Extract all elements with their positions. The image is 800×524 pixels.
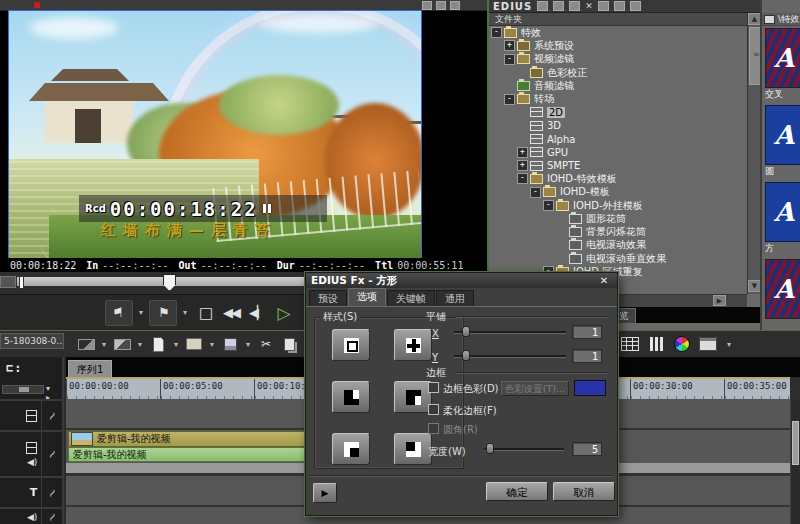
tree-item[interactable]: 电视滚动效果 [489,239,747,252]
video-clip[interactable]: 爱剪辑-我的视频 [68,431,306,447]
sync-link-icon[interactable]: ~ [44,446,61,462]
tile-x-slider[interactable] [454,326,566,337]
playhead-handle[interactable] [163,274,176,291]
dialog-title-bar[interactable]: EDIUS Fx - 方形 ✕ [306,273,617,288]
set-in-point-button[interactable]: ⚑ [105,300,133,326]
style-quad-top-left-button[interactable] [394,433,432,465]
window-restore-icon[interactable] [436,1,446,10]
tree-item[interactable]: 色彩校正 [489,66,747,79]
tree-item[interactable]: + SMPTE [489,159,747,172]
delete-icon[interactable]: ✕ [585,2,593,10]
window-layout-menu[interactable]: ▾ [724,335,734,353]
track-header-va[interactable]: ◀) ~ [0,430,62,476]
color-settings-button[interactable]: 色彩设置(T)... [501,381,569,396]
title-track-icon[interactable]: T [30,486,38,499]
expand-toggle-icon[interactable]: - [517,173,528,184]
rewind-button[interactable]: ◀◀ [219,301,243,325]
tree-item[interactable]: - 转场 [489,92,747,105]
audio-speaker-icon[interactable]: ◀) [27,512,37,522]
tree-item[interactable]: 圆形花筒 [489,212,747,225]
tree-item[interactable]: 电视滚动垂直效果 [489,252,747,265]
expand-toggle-icon[interactable]: - [504,54,515,65]
save-menu[interactable]: ▾ [243,335,253,353]
effect-thumbnail[interactable]: A [765,28,800,88]
tree-item[interactable]: + 系统预设 [489,39,747,52]
play-button[interactable]: ▷ [271,301,295,325]
border-color-checkbox[interactable] [428,382,439,393]
sync-link-icon[interactable]: ~ [44,509,61,524]
style-plus-button[interactable] [394,329,432,361]
window-close-icon[interactable] [450,1,460,10]
scrub-mode-box[interactable] [0,276,16,288]
tree-item[interactable]: - 视频滤镜 [489,53,747,66]
tree-item[interactable]: 2D [489,106,747,119]
dialog-close-icon[interactable]: ✕ [596,275,612,287]
effect-thumbnail[interactable]: A [765,259,800,319]
expand-toggle-icon[interactable]: - [543,200,554,211]
tile-y-value[interactable]: 1 [572,349,602,363]
previous-frame-button[interactable]: ◀▏ [245,301,269,325]
new-sequence-menu[interactable]: ▾ [171,335,181,353]
keyframe-play-button[interactable]: ▶ [313,483,337,503]
palette-tool-icon[interactable] [537,1,548,11]
grid-view-icon[interactable] [620,335,640,353]
tile-x-slider-thumb[interactable] [462,326,470,337]
tree-item[interactable]: + GPU [489,146,747,159]
palette-tool-icon[interactable] [598,1,609,11]
timeline-scroll-thumb[interactable] [792,421,799,465]
width-value[interactable]: 5 [572,442,602,456]
track-header-title[interactable]: T ~ [0,476,62,507]
style-corner-top-left-button[interactable] [394,381,432,413]
mixer-icon[interactable] [646,335,666,353]
dialog-tab[interactable]: 预设 [309,290,347,306]
color-wheel-icon[interactable] [672,335,692,353]
expand-toggle-icon[interactable]: + [504,40,515,51]
window-minimize-icon[interactable] [422,1,432,10]
copy-icon[interactable] [279,335,299,353]
track-header-audio[interactable]: ◀) ~ [0,507,62,524]
style-quad-bottom-right-button[interactable] [332,433,370,465]
style-corner-bottom-left-button[interactable] [332,381,370,413]
ok-button[interactable]: 确定 [486,482,548,501]
tile-y-slider[interactable] [454,350,566,361]
video-track-icon[interactable] [26,442,37,454]
tree-item[interactable]: - 特效 [489,26,747,39]
expand-toggle-icon[interactable]: - [530,187,541,198]
scroll-right-icon[interactable]: ▶ [713,295,726,306]
palette-tool-icon[interactable] [614,1,625,11]
tree-item[interactable]: 背景闪烁花筒 [489,225,747,238]
stop-button[interactable]: □ [193,301,217,325]
out-point-menu[interactable]: ▾ [179,301,191,325]
sync-link-icon[interactable]: ~ [44,484,61,500]
transition-dark-menu[interactable]: ▾ [99,335,109,353]
palette-tool-icon[interactable] [630,1,641,11]
audio-speaker-icon[interactable]: ◀) [27,457,37,467]
transition-light-icon[interactable] [112,335,132,353]
set-out-point-button[interactable]: ⚑ [149,300,177,326]
transition-light-menu[interactable]: ▾ [135,335,145,353]
import-icon[interactable] [184,335,204,353]
tile-x-value[interactable]: 1 [572,325,602,339]
expand-toggle-icon[interactable]: + [517,147,528,158]
sequence-tab[interactable]: 序列1 [68,360,112,377]
tree-item[interactable]: - IOHD-模板 [489,186,747,199]
border-color-swatch[interactable] [574,380,606,396]
track-header-v[interactable]: ~ [0,399,62,430]
zoom-slider[interactable] [2,385,44,394]
timeline-vertical-scrollbar[interactable] [790,399,800,524]
effect-thumbnail[interactable]: A [765,105,800,165]
in-point-menu[interactable]: ▾ [135,301,147,325]
palette-tool-icon[interactable] [553,1,564,11]
audio-clip[interactable]: 爱剪辑-我的视频 [68,447,306,462]
tree-item[interactable]: Alpha [489,132,747,145]
tree-item[interactable]: - IOHD-外挂模板 [489,199,747,212]
effect-thumbnail[interactable]: A [765,182,800,242]
sync-link-icon[interactable]: ~ [44,407,61,423]
transition-dark-icon[interactable] [76,335,96,353]
window-layout-icon[interactable] [698,335,718,353]
width-slider-thumb[interactable] [486,443,494,454]
dialog-tab[interactable]: 选项 [348,288,386,306]
tree-item[interactable]: 音频滤镜 [489,79,747,92]
import-menu[interactable]: ▾ [207,335,217,353]
tile-y-slider-thumb[interactable] [462,350,470,361]
